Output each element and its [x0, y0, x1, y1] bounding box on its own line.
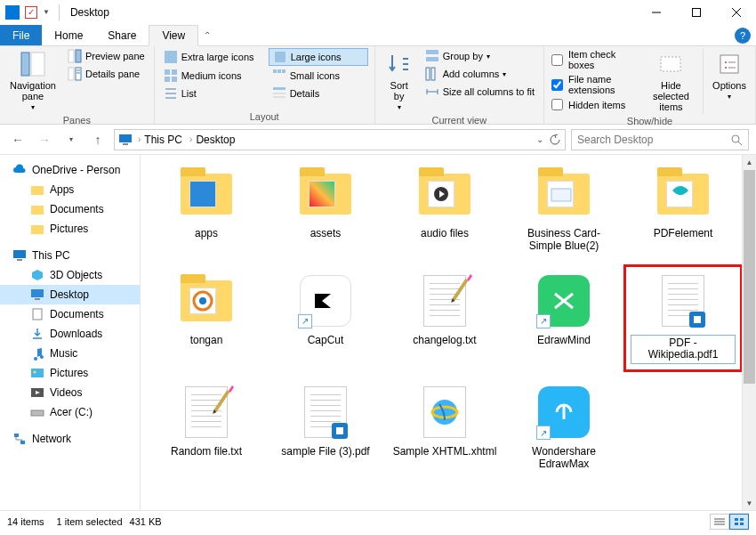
small-icons-button[interactable]: Small icons	[269, 68, 368, 84]
tree-network[interactable]: Network	[0, 429, 140, 449]
tab-home[interactable]: Home	[42, 25, 95, 45]
svg-rect-7	[76, 50, 81, 62]
svg-rect-54	[20, 441, 25, 444]
tree-videos[interactable]: Videos	[0, 383, 140, 402]
file-item[interactable]: PDFelement	[626, 160, 740, 258]
file-extensions-checkbox[interactable]: File name extensions	[550, 73, 641, 96]
qat-dropdown-icon[interactable]: ▼	[43, 8, 50, 16]
properties-icon[interactable]: ✓	[25, 6, 37, 19]
sort-icon	[385, 50, 414, 78]
icons-view-button[interactable]	[729, 514, 749, 530]
file-item[interactable]: assets	[269, 160, 382, 258]
tree-documents-2[interactable]: Documents	[0, 304, 140, 324]
item-checkboxes-checkbox[interactable]: Item check boxes	[550, 48, 641, 71]
tree-music[interactable]: Music	[0, 344, 140, 363]
help-icon[interactable]: ?	[735, 28, 751, 44]
file-item[interactable]: ↗CapCut	[269, 267, 382, 370]
ribbon-collapse-icon[interactable]: ⌃	[198, 30, 216, 40]
svg-rect-27	[426, 50, 438, 54]
file-item[interactable]: Random file.txt	[149, 378, 263, 476]
details-pane-button[interactable]: Details pane	[64, 66, 149, 82]
preview-pane-button[interactable]: Preview pane	[64, 48, 149, 64]
sort-by-button[interactable]: Sort by ▾	[381, 48, 418, 113]
options-icon	[715, 50, 744, 78]
pictures-icon	[30, 366, 44, 380]
svg-rect-19	[277, 69, 281, 73]
scroll-down-icon[interactable]: ▼	[743, 496, 756, 510]
minimize-button[interactable]	[636, 0, 676, 25]
file-item[interactable]: ↗Wondershare EdrawMax	[507, 378, 621, 476]
svg-rect-56	[551, 189, 571, 201]
size-columns-button[interactable]: Size all columns to fit	[422, 84, 538, 100]
file-item[interactable]: audio files	[388, 160, 502, 258]
file-item[interactable]: apps	[149, 160, 263, 258]
selection-count: 1 item selected	[57, 516, 123, 527]
options-label: Options	[712, 80, 746, 91]
tree-downloads[interactable]: Downloads	[0, 324, 140, 344]
refresh-icon[interactable]	[549, 134, 561, 146]
add-columns-button[interactable]: Add columns▾	[422, 66, 538, 82]
tree-documents[interactable]: Documents	[0, 199, 140, 219]
options-button[interactable]: Options ▾	[709, 48, 750, 102]
file-list[interactable]: appsassetsaudio filesBusiness Card-Simpl…	[141, 155, 756, 510]
list-button[interactable]: List	[160, 85, 267, 101]
ribbon: Navigation pane ▾ Preview pane Details p…	[0, 46, 756, 125]
file-item[interactable]: ↗EdrawMind	[507, 267, 621, 370]
search-input[interactable]: Search Desktop	[571, 129, 749, 150]
details-view-button[interactable]	[710, 514, 729, 530]
tree-acer-drive[interactable]: Acer (C:)	[0, 402, 140, 422]
tab-share[interactable]: Share	[95, 25, 149, 45]
tree-3d-objects[interactable]: 3D Objects	[0, 265, 140, 285]
crumb-desktop[interactable]: Desktop	[196, 134, 235, 146]
tree-this-pc[interactable]: This PC	[0, 246, 140, 265]
close-button[interactable]	[716, 0, 756, 25]
file-item[interactable]: tongan	[149, 267, 263, 370]
medium-icons-button[interactable]: Medium icons	[160, 68, 267, 84]
svg-rect-15	[172, 69, 177, 75]
maximize-button[interactable]	[676, 0, 716, 25]
scroll-up-icon[interactable]: ▲	[743, 155, 756, 169]
file-item[interactable]: PDF - Wikipedia.pdf1	[626, 267, 740, 370]
breadcrumb[interactable]: ›Desktop	[188, 134, 237, 146]
navigation-tree[interactable]: OneDrive - Person Apps Documents Picture…	[0, 155, 141, 510]
large-icons-button[interactable]: Large icons	[269, 48, 368, 66]
crumb-this-pc[interactable]: This PC	[144, 134, 182, 146]
tab-file[interactable]: File	[0, 25, 42, 45]
tree-apps[interactable]: Apps	[0, 180, 140, 199]
svg-rect-6	[68, 50, 74, 62]
vertical-scrollbar[interactable]: ▲ ▼	[742, 155, 756, 510]
file-item[interactable]: sample File (3).pdf	[269, 378, 382, 476]
file-item[interactable]: changelog.txt	[388, 267, 502, 370]
extra-large-icons-button[interactable]: Extra large icons	[160, 48, 267, 66]
svg-rect-49	[31, 369, 44, 377]
forward-button[interactable]: →	[34, 129, 55, 150]
file-item[interactable]: Sample XHTML.xhtml	[388, 378, 502, 476]
file-item[interactable]: Business Card-Simple Blue(2)	[507, 160, 621, 258]
file-thumbnail	[648, 271, 718, 331]
address-bar[interactable]: ›This PC ›Desktop ⌄	[114, 129, 566, 150]
address-dropdown-icon[interactable]: ⌄	[536, 134, 543, 144]
details-pane-label: Details pane	[85, 69, 140, 79]
tree-onedrive[interactable]: OneDrive - Person	[0, 160, 140, 180]
recent-dropdown[interactable]: ▾	[60, 129, 82, 150]
details-button[interactable]: Details	[269, 85, 368, 101]
scroll-thumb[interactable]	[744, 170, 755, 384]
hide-selected-button[interactable]: Hide selected items	[645, 48, 698, 114]
file-name-label: Wondershare EdrawMax	[511, 446, 616, 471]
hidden-items-checkbox[interactable]: Hidden items	[550, 98, 641, 111]
tree-pictures-2[interactable]: Pictures	[0, 363, 140, 383]
up-button[interactable]: ↑	[87, 129, 109, 150]
status-bar: 14 items 1 item selected 431 KB	[0, 510, 756, 531]
group-layout: Extra large icons Large icons Medium ico…	[155, 46, 375, 124]
hidden-items-label: Hidden items	[568, 100, 625, 110]
tree-pictures[interactable]: Pictures	[0, 219, 140, 239]
breadcrumb[interactable]: ›This PC	[136, 134, 184, 146]
tree-label: Network	[32, 433, 71, 445]
xl-icons-icon	[164, 50, 178, 64]
back-button[interactable]: ←	[7, 129, 28, 150]
group-by-button[interactable]: Group by▾	[422, 48, 538, 64]
tree-desktop[interactable]: Desktop	[0, 285, 140, 304]
svg-rect-24	[273, 87, 286, 90]
tab-view[interactable]: View	[149, 25, 198, 46]
navigation-pane-button[interactable]: Navigation pane ▾	[5, 48, 60, 113]
